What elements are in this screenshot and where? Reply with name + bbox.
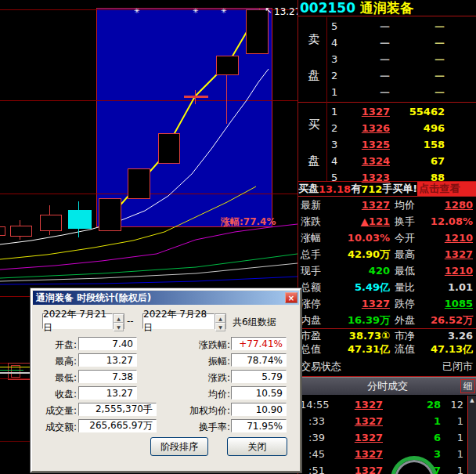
level: 4 (331, 34, 337, 51)
detail-toggle[interactable]: 细 (460, 379, 475, 393)
price[interactable]: 1325 (362, 136, 390, 153)
pane-divider (0, 441, 31, 442)
field-label: 成交量: (32, 404, 77, 418)
volume: 496 (424, 120, 445, 136)
group-count-label: 共6组数据 (233, 316, 276, 329)
view-detail-link[interactable]: 点击查看 (417, 182, 476, 196)
time-sales-list: 14:5513272812 :33132711 :39132761 :45132… (298, 396, 476, 474)
stock-code: 002150 (300, 0, 355, 16)
field-value: 2,555,370手 (96, 403, 153, 416)
stat-label: 流值 (395, 342, 415, 356)
stat-value[interactable]: 1327 (362, 197, 390, 213)
field-value: 13.27 (106, 388, 133, 399)
trade-row: :51132771 (298, 462, 476, 474)
stat-row: 现手420最低1210 (298, 262, 476, 279)
candle (216, 56, 239, 75)
close-button[interactable]: 关闭 (227, 437, 287, 456)
stat-label: 最低 (395, 262, 415, 279)
stat-value[interactable]: 1280 (445, 197, 473, 213)
candle (40, 215, 62, 231)
volume: — (435, 51, 445, 67)
period-stats-dialog: 通润装备 时段统计(除权后) × 2022年 7月21日 ▲ ▼ -- 2022… (31, 288, 301, 472)
trade-status-row: 交易状态已闭市 (298, 359, 476, 374)
period-sort-button[interactable]: 阶段排序 (150, 437, 208, 456)
field-label: 最高: (32, 355, 77, 368)
stat-value: 47.31亿 (348, 342, 390, 356)
stat-label: 现手 (301, 262, 321, 279)
candle (10, 226, 32, 237)
high-pointer-icon: ↖ (265, 5, 272, 16)
price[interactable]: 1327 (362, 103, 390, 120)
indicator-line (0, 367, 30, 367)
field-value: 71.95% (247, 421, 283, 432)
trade-time: 14:55 (300, 396, 325, 413)
stat-label: 总手 (301, 246, 321, 262)
price[interactable]: 1324 (362, 153, 390, 169)
orderbook-divider (326, 17, 327, 181)
change-field: 5.79 (231, 370, 287, 383)
stat-label: 总额 (301, 279, 321, 295)
field-value: 7.38 (112, 371, 133, 382)
stock-title: 002150 通润装备 (298, 0, 476, 16)
spinner-down-icon[interactable]: ▼ (215, 323, 225, 331)
volume: — (435, 67, 445, 84)
pane-divider (0, 296, 31, 297)
candle-wick (226, 74, 227, 124)
stat-value[interactable]: 1210 (445, 230, 473, 246)
candle (246, 9, 269, 54)
stat-label: 涨幅 (301, 230, 321, 246)
level: 2 (331, 67, 337, 84)
trade-count: 1 (457, 413, 463, 429)
high-field: 13.27 (78, 353, 137, 367)
stat-value: 1.01 (448, 279, 473, 295)
candle (158, 133, 180, 164)
dialog-titlebar[interactable]: 通润装备 时段统计(除权后) × (33, 291, 299, 305)
spinner-down-icon[interactable]: ▼ (114, 323, 124, 331)
stat-row: 内盘16.39万外盘26.52万 (298, 312, 476, 328)
field-label: 收盘: (32, 388, 77, 401)
volume: 55462 (409, 103, 445, 120)
scroll-up-icon[interactable]: ▲ (468, 396, 476, 405)
stat-row: 总值47.31亿流值47.13亿 (298, 342, 476, 356)
stat-value[interactable]: 1085 (445, 295, 473, 312)
turnover-field: 265,665.97万 (78, 419, 157, 432)
time-sales-title: 分时成交 (367, 379, 408, 393)
stat-label: 跌停 (395, 295, 415, 312)
stat-value: 10.03% (348, 230, 390, 246)
stock-name: 通润装备 (360, 0, 413, 17)
date-to-field[interactable]: 2022年 7月28日 (142, 313, 215, 329)
stat-value: 3.26 (448, 329, 473, 342)
stat-label: 外盘 (395, 312, 415, 328)
close-field: 13.27 (78, 386, 137, 400)
spinner-up-icon[interactable]: ▲ (215, 314, 225, 323)
scrollbar[interactable]: ▲ (467, 396, 476, 474)
stat-value[interactable]: ▲121 (361, 213, 390, 230)
field-label: 成交额: (32, 421, 77, 434)
field-value: 7.40 (112, 338, 133, 349)
stat-row: 市盈38.73①市净3.26 (298, 329, 476, 342)
trade-count: 1 (457, 429, 463, 446)
volume: — (435, 34, 445, 51)
dialog-title: 通润装备 时段统计(除权后) (36, 291, 151, 305)
level: 3 (331, 51, 337, 67)
field-label: 均价: (165, 388, 230, 401)
stat-value[interactable]: 1327 (445, 246, 473, 262)
stat-value[interactable]: 1327 (362, 295, 390, 312)
stat-row: 涨停1327跌停1085 (298, 295, 476, 312)
date-from-spinner[interactable]: ▲ ▼ (113, 313, 124, 329)
trade-time: :45 (300, 446, 325, 462)
date-to-spinner[interactable]: ▲ ▼ (215, 313, 226, 329)
date-from-field[interactable]: 2022年 7月21日 (42, 313, 113, 329)
spinner-up-icon[interactable]: ▲ (114, 314, 124, 323)
close-icon[interactable]: × (285, 292, 298, 303)
trade-price: 1327 (355, 446, 383, 462)
field-value: 13.27 (106, 355, 133, 366)
trade-row: :39132761 (298, 429, 476, 446)
stat-value: 47.13亿 (431, 342, 473, 356)
volume: 158 (424, 136, 445, 153)
price: — (380, 67, 390, 84)
stat-label: 今开 (395, 230, 415, 246)
price[interactable]: 1326 (362, 120, 390, 136)
stat-label: 换手 (395, 213, 415, 230)
stat-value[interactable]: 1210 (445, 262, 473, 279)
